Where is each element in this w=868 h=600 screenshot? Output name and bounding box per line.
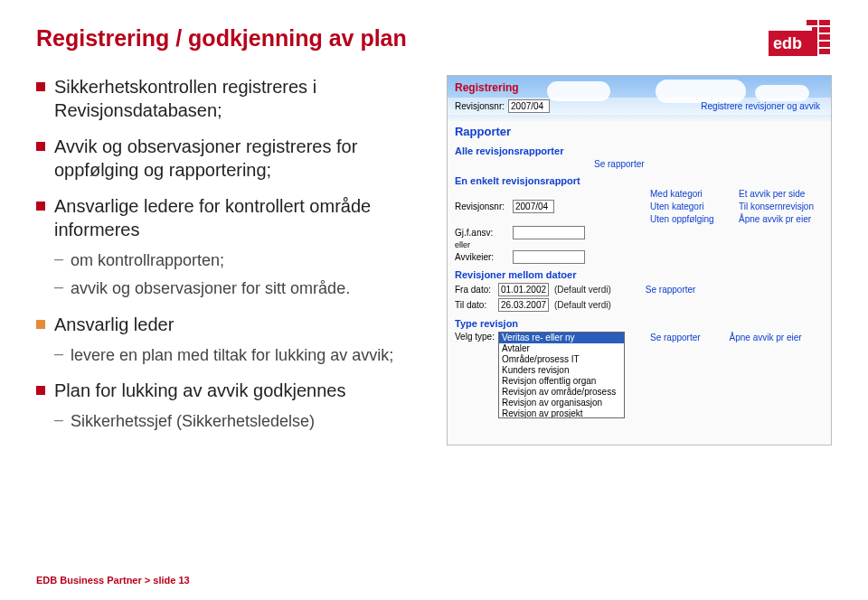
listbox-option[interactable]: Revisjon av prosjekt [499,408,624,418]
fra-dato-input[interactable]: 01.01.2002 [498,283,549,296]
revnr-label: Revisjonsnr: [455,202,507,211]
type-listbox[interactable]: Veritas re- eller ny Avtaler Område/pros… [498,332,625,418]
svg-rect-3 [819,27,830,33]
bullet-text: Ansvarlige ledere for kontrollert område… [54,196,371,239]
revnr-input[interactable]: 2007/04 [513,200,554,213]
velg-type-label: Velg type: [455,332,495,342]
listbox-option[interactable]: Veritas re- eller ny [499,333,624,343]
slide-title: Registrering / godkjenning av plan [36,25,832,52]
svg-rect-5 [819,42,830,47]
enkel-rapport-heading: En enkelt revisjonsrapport [448,170,831,188]
default-note-2: (Default verdi) [554,300,611,310]
uten-kategori-link[interactable]: Uten kategori [646,201,735,212]
fra-dato-label: Fra dato: [455,285,495,295]
til-konsern-link[interactable]: Til konsernrevisjon [735,201,824,212]
gjfansv-input[interactable] [513,226,585,239]
sub-bullet: avvik og observasjoner for sitt område. [54,278,421,299]
bullet-item: Sikkerhetskontrollen registreres i Revis… [36,75,421,122]
svg-rect-7 [807,20,817,25]
til-dato-label: Til dato: [455,300,495,310]
bullet-text: Ansvarlig leder [54,314,174,334]
se-rapporter-link-3[interactable]: Se rapporter [646,332,704,343]
mellom-datoer-heading: Revisjoner mellom datoer [448,264,831,282]
listbox-option[interactable]: Kunders revisjon [499,365,624,376]
svg-rect-4 [819,34,830,40]
listbox-option[interactable]: Revisjon av område/prosess [499,387,624,398]
bullet-item: Ansvarlige ledere for kontrollert område… [36,194,421,300]
svg-rect-8 [812,27,817,33]
apne-avvik-link-2[interactable]: Åpne avvik pr eier [726,332,806,343]
revisjonsnr-input[interactable]: 2007/04 [508,99,550,113]
edb-logo: edb [769,18,832,58]
se-rapporter-link-2[interactable]: Se rapporter [642,284,700,295]
rapporter-heading: Rapporter [448,121,831,140]
svg-rect-2 [819,20,830,25]
bullet-list: Sikkerhetskontrollen registreres i Revis… [36,75,421,445]
apne-avvik-link[interactable]: Åpne avvik pr eier [735,213,824,225]
uten-oppfolging-link[interactable]: Uten oppfølging [646,213,735,225]
app-header: Registrering Revisjonsnr: 2007/04 Regist… [448,76,831,121]
listbox-option[interactable]: Revisjon av organisasjon [499,398,624,408]
slide-footer: EDB Business Partner > slide 13 [36,575,190,586]
bullet-item: Ansvarlig leder levere en plan med tilta… [36,313,421,366]
listbox-option[interactable]: Revisjon offentlig organ [499,376,624,387]
alle-rapporter-heading: Alle revisjonsrapporter [448,140,831,158]
svg-text:edb: edb [773,34,802,52]
avvikeier-label: Avvikeier: [455,252,507,262]
til-dato-input[interactable]: 26.03.2007 [498,298,549,312]
listbox-option[interactable]: Område/prosess IT [499,354,624,365]
avvikeier-input[interactable] [513,250,585,264]
listbox-option[interactable]: Avtaler [499,343,624,354]
sub-bullet: Sikkerhetssjef (Sikkerhetsledelse) [54,411,421,432]
bullet-text: Plan for lukking av avvik godkjennes [54,380,345,400]
app-screenshot: Registrering Revisjonsnr: 2007/04 Regist… [447,75,832,445]
bullet-item: Plan for lukking av avvik godkjennes Sik… [36,379,421,432]
sub-bullet: levere en plan med tiltak for lukking av… [54,345,421,366]
sub-bullet: om kontrollrapporten; [54,250,421,271]
default-note: (Default verdi) [554,285,611,295]
et-avvik-link[interactable]: Et avvik per side [735,188,824,200]
revisjonsnr-label: Revisjonsnr: [455,101,505,111]
svg-rect-6 [819,49,830,54]
registrere-link[interactable]: Registrere revisjoner og avvik [697,100,824,112]
se-rapporter-link[interactable]: Se rapporter [590,158,648,170]
med-kategori-link[interactable]: Med kategori [646,188,735,200]
bullet-item: Avvik og observasjoner registreres for o… [36,135,421,182]
type-revisjon-heading: Type revisjon [448,313,831,331]
eller-label: eller [455,240,507,249]
app-section-title: Registrering [455,81,519,94]
gjfansv-label: Gj.f.ansv: [455,228,507,238]
